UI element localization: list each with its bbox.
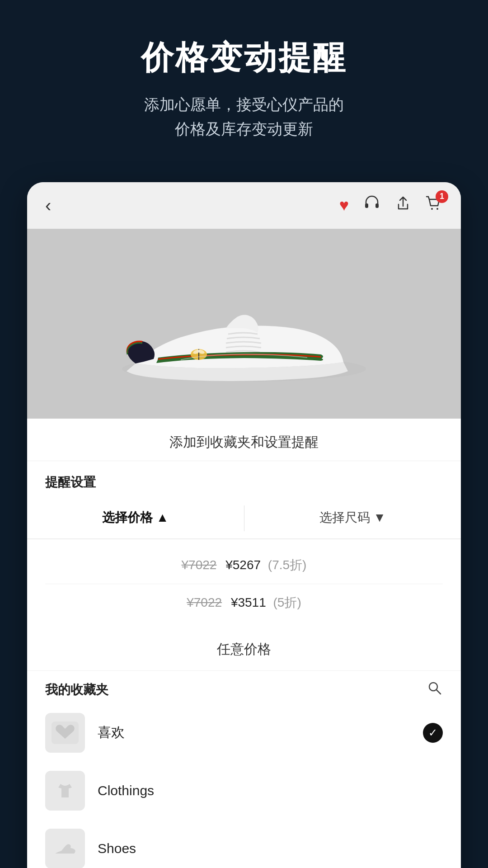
collection-thumb-shoes [45,829,85,868]
price-current-1: ¥5267 [225,558,261,572]
collection-item-shoes[interactable]: Shoes [27,820,461,868]
price-current-2: ¥3511 [231,595,266,609]
topbar-actions: ♥ 1 [339,195,443,216]
tab-size[interactable]: 选择尺码 ▼ [244,498,461,538]
collection-item-clothings[interactable]: Clothings [27,762,461,820]
promo-section: 价格变动提醒 添加心愿单，接受心仪产品的价格及库存变动更新 [0,0,488,169]
collection-search-button[interactable] [427,680,443,700]
cart-icon[interactable]: 1 [426,195,443,216]
promo-subtitle: 添加心愿单，接受心仪产品的价格及库存变动更新 [45,92,443,142]
product-image-area [27,229,461,419]
reminder-section-label: 提醒设置 [27,461,461,498]
price-original-1: ¥7022 [182,558,217,572]
headphone-icon[interactable] [363,195,380,216]
bottom-sheet: 添加到收藏夹和设置提醒 提醒设置 选择价格 ▲ 选择尺码 ▼ ¥7022 ¥52… [27,419,461,868]
shoe-illustration [90,238,398,410]
svg-rect-0 [365,203,368,208]
price-size-tabs: 选择价格 ▲ 选择尺码 ▼ [27,498,461,539]
collection-name-shoes: Shoes [98,841,443,856]
any-price-option[interactable]: 任意价格 [27,628,461,670]
sheet-header: 添加到收藏夹和设置提醒 [27,419,461,461]
back-button[interactable]: ‹ [45,196,51,214]
wishlist-heart-icon[interactable]: ♥ [339,196,349,215]
price-options-list: ¥7022 ¥5267 (7.5折) ¥7022 ¥3511 (5折) [27,539,461,628]
share-icon[interactable] [395,195,411,216]
collection-check-likes: ✓ [423,723,443,743]
collection-item-likes[interactable]: 喜欢 ✓ [27,704,461,762]
svg-rect-1 [375,203,379,208]
collection-name-clothings: Clothings [98,783,443,798]
price-option-2[interactable]: ¥7022 ¥3511 (5折) [45,584,443,621]
tab-price[interactable]: 选择价格 ▲ [27,498,244,538]
collection-name-likes: 喜欢 [98,723,410,742]
collection-thumb-likes [45,713,85,753]
cart-badge: 1 [436,190,448,203]
promo-title: 价格变动提醒 [45,36,443,80]
price-discount-2: (5折) [273,595,301,609]
collection-header: 我的收藏夹 [27,670,461,704]
product-card: ‹ ♥ [27,182,461,868]
collection-section-label: 我的收藏夹 [45,681,108,698]
collection-thumb-clothings [45,771,85,811]
svg-point-2 [431,208,433,210]
collection-list: 喜欢 ✓ Clothings [27,704,461,868]
price-original-2: ¥7022 [187,595,222,609]
price-option-1[interactable]: ¥7022 ¥5267 (7.5折) [45,547,443,584]
svg-point-3 [436,208,438,210]
price-discount-1: (7.5折) [268,558,307,572]
card-topbar: ‹ ♥ [27,182,461,229]
